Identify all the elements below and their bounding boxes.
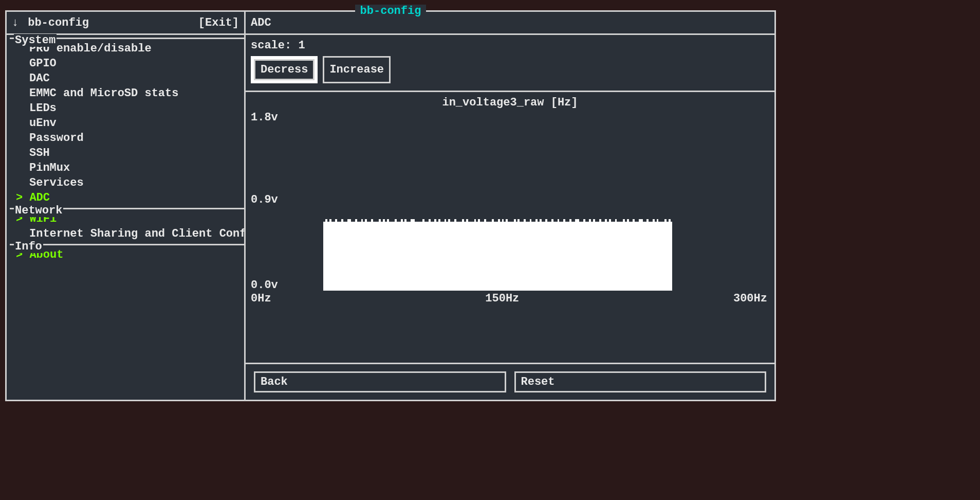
x-tick-mid: 150Hz bbox=[485, 292, 519, 305]
chart-panel: in_voltage3_raw [Hz] 1.8v 0.9v 0.0v 0Hz … bbox=[246, 92, 774, 363]
scale-label: scale: 1 bbox=[251, 39, 769, 52]
sidebar-item[interactable]: ADC bbox=[7, 190, 244, 205]
x-tick-right: 300Hz bbox=[733, 292, 767, 305]
reset-button[interactable]: Reset bbox=[514, 371, 767, 392]
decrease-button[interactable]: Decress bbox=[254, 59, 315, 80]
sidebar-item[interactable]: SSH bbox=[7, 146, 244, 160]
section-label: Network bbox=[7, 204, 244, 211]
scroll-down-icon: ↓ bbox=[12, 16, 19, 29]
sidebar-item[interactable]: uEnv bbox=[7, 116, 244, 131]
section-label: Info bbox=[7, 240, 244, 247]
x-axis: 0Hz 150Hz 300Hz bbox=[251, 292, 767, 305]
section-label: System bbox=[7, 34, 244, 41]
sidebar-item[interactable]: EMMC and MicroSD stats bbox=[7, 86, 244, 101]
chart-area: 1.8v 0.9v 0.0v 0Hz 150Hz 300Hz bbox=[251, 111, 769, 304]
chart-plot bbox=[284, 114, 767, 291]
exit-button[interactable]: [Exit] bbox=[198, 16, 239, 29]
sidebar-item[interactable]: DAC bbox=[7, 71, 244, 86]
app-window: bb-config ↓ bb-config [Exit] SystemPRU e… bbox=[5, 10, 776, 401]
bottom-panel: Back Reset bbox=[246, 363, 774, 400]
x-tick-left: 0Hz bbox=[251, 292, 271, 305]
chart-title: in_voltage3_raw [Hz] bbox=[251, 96, 769, 109]
y-tick-top: 1.8v bbox=[251, 111, 278, 124]
sidebar-item[interactable]: Internet Sharing and Client Confi bbox=[7, 226, 244, 241]
app-title: bb-config bbox=[355, 5, 427, 17]
page-title: ADC bbox=[251, 16, 271, 29]
app-title-bar: bb-config bbox=[7, 5, 774, 17]
increase-button[interactable]: Increase bbox=[323, 56, 391, 83]
y-tick-bot: 0.0v bbox=[251, 279, 278, 292]
sidebar-item[interactable]: Services bbox=[7, 175, 244, 190]
sidebar-item[interactable]: GPIO bbox=[7, 56, 244, 71]
scale-panel: scale: 1 Decress Increase bbox=[246, 35, 774, 92]
chart-bar bbox=[671, 222, 673, 291]
sidebar-item[interactable]: Password bbox=[7, 131, 244, 146]
sidebar: ↓ bb-config [Exit] SystemPRU enable/disa… bbox=[7, 12, 246, 400]
main-panel: ADC scale: 1 Decress Increase in_voltage… bbox=[246, 12, 774, 400]
y-tick-mid: 0.9v bbox=[251, 193, 278, 206]
sidebar-title: bb-config bbox=[28, 16, 89, 29]
sidebar-menu: SystemPRU enable/disableGPIODACEMMC and … bbox=[7, 34, 244, 262]
sidebar-item[interactable]: LEDs bbox=[7, 101, 244, 116]
back-button[interactable]: Back bbox=[254, 371, 506, 392]
sidebar-item[interactable]: PinMux bbox=[7, 160, 244, 175]
